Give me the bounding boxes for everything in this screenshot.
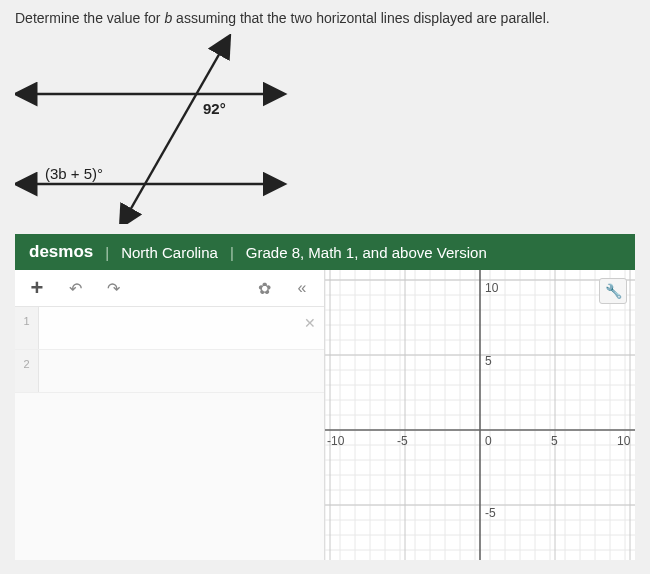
desmos-version: Grade 8, Math 1, and above Version xyxy=(246,244,487,261)
collapse-panel-button[interactable]: « xyxy=(290,276,314,300)
x-tick: -5 xyxy=(397,434,408,448)
x-tick: 5 xyxy=(551,434,558,448)
expression-toolbar: + ↶ ↷ ✿ « xyxy=(15,270,324,307)
separator: | xyxy=(230,244,234,261)
expression-input[interactable]: ✕ xyxy=(39,307,324,349)
graph-panel[interactable]: 🔧 -10 -5 xyxy=(325,270,635,560)
desmos-header: desmos | North Carolina | Grade 8, Math … xyxy=(15,234,635,270)
calculator-area: + ↶ ↷ ✿ « 1 ✕ 2 🔧 xyxy=(15,270,635,560)
desmos-brand: desmos xyxy=(29,242,93,262)
redo-button[interactable]: ↷ xyxy=(101,276,125,300)
add-expression-button[interactable]: + xyxy=(25,276,49,300)
x-tick: 0 xyxy=(485,434,492,448)
svg-line-2 xyxy=(125,44,225,219)
question-suffix: assuming that the two horizontal lines d… xyxy=(172,10,549,26)
wrench-icon: 🔧 xyxy=(605,283,622,299)
delete-expression-button[interactable]: ✕ xyxy=(304,315,316,331)
parallel-lines-svg: 92° (3b + 5)° xyxy=(15,34,315,224)
expression-input[interactable] xyxy=(39,350,324,392)
expression-index: 1 xyxy=(15,307,39,349)
settings-button[interactable]: ✿ xyxy=(252,276,276,300)
question-prefix: Determine the value for xyxy=(15,10,164,26)
y-tick: 10 xyxy=(485,281,499,295)
coordinate-grid: -10 -5 0 5 10 10 5 -5 xyxy=(325,270,635,560)
y-tick: -5 xyxy=(485,506,496,520)
expression-panel: + ↶ ↷ ✿ « 1 ✕ 2 xyxy=(15,270,325,560)
y-tick: 5 xyxy=(485,354,492,368)
angle-top-label: 92° xyxy=(203,100,226,117)
x-tick: 10 xyxy=(617,434,631,448)
desmos-region: North Carolina xyxy=(121,244,218,261)
expression-index: 2 xyxy=(15,350,39,392)
geometry-diagram: 92° (3b + 5)° xyxy=(15,34,295,224)
question-text: Determine the value for b assuming that … xyxy=(15,10,635,26)
expression-row[interactable]: 2 xyxy=(15,350,324,393)
angle-bottom-label: (3b + 5)° xyxy=(45,165,103,182)
separator: | xyxy=(105,244,109,261)
expression-row[interactable]: 1 ✕ xyxy=(15,307,324,350)
undo-button[interactable]: ↶ xyxy=(63,276,87,300)
graph-settings-button[interactable]: 🔧 xyxy=(599,278,627,304)
x-tick: -10 xyxy=(327,434,345,448)
